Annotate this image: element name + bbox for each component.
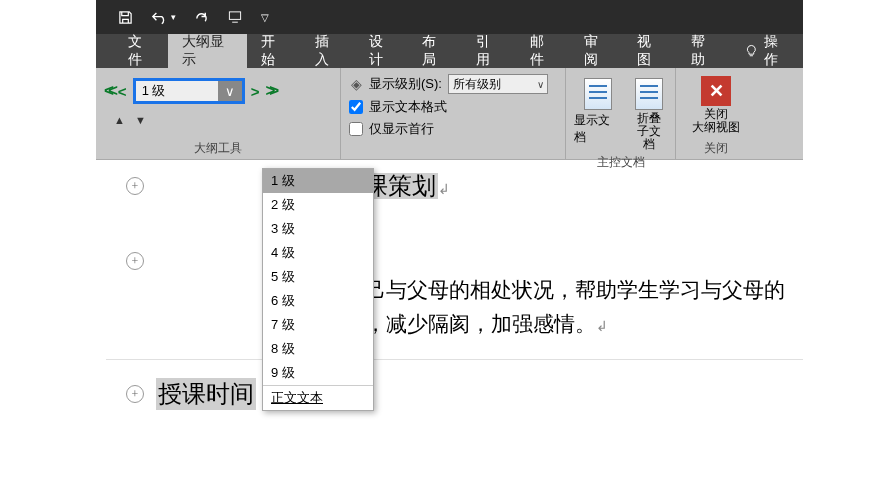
close-icon: ✕ (701, 76, 731, 106)
show-text-format-checkbox[interactable] (349, 100, 363, 114)
group-master-document: 显示文档 折叠子文档 主控文档 (566, 68, 676, 159)
expand-collapse-icon[interactable]: + (126, 177, 144, 195)
dropdown-item-level8[interactable]: 8 级 (263, 337, 373, 361)
show-text-format-label: 显示文本格式 (369, 98, 447, 116)
ribbon: << < 1 级 ∨ > >> ▲ ▼ 大纲工具 ◈ 显示级别(S): 所有级别… (96, 68, 803, 160)
collapse-subdoc-button[interactable]: 折叠子文档 (631, 78, 667, 152)
tab-layout[interactable]: 布局 (408, 34, 462, 68)
ribbon-tabs: 文件 大纲显示 开始 插入 设计 布局 引用 邮件 审阅 视图 帮助 操作 (96, 34, 803, 68)
outline-level-dropdown: 1 级 2 级 3 级 4 级 5 级 6 级 7 级 8 级 9 级 正文文本 (262, 168, 374, 411)
chevron-down-icon: ∨ (537, 79, 544, 90)
chevron-down-icon: ∨ (218, 81, 242, 101)
tab-home[interactable]: 开始 (247, 34, 301, 68)
tell-me-label: 操作 (764, 33, 789, 69)
quick-access-toolbar: ▾ ▽ (96, 0, 803, 34)
separator (106, 359, 803, 360)
group-label-outline-tools: 大纲工具 (104, 138, 332, 157)
tab-tell-me[interactable]: 操作 (731, 34, 803, 68)
show-level-select[interactable]: 所有级别 ∨ (448, 74, 548, 94)
dropdown-item-level4[interactable]: 4 级 (263, 241, 373, 265)
tab-help[interactable]: 帮助 (677, 34, 731, 68)
document-icon (584, 78, 612, 110)
document-icon (635, 78, 663, 110)
close-outline-label: 关闭大纲视图 (692, 108, 740, 134)
promote-to-heading1-icon[interactable]: << (104, 81, 112, 101)
move-up-icon[interactable]: ▲ (114, 114, 125, 126)
customize-qat-icon[interactable]: ▽ (261, 12, 269, 23)
expand-collapse-icon[interactable]: + (126, 252, 144, 270)
group-label-close: 关闭 (704, 138, 728, 157)
show-first-line-checkbox[interactable] (349, 122, 363, 136)
lightbulb-icon (745, 44, 758, 58)
tab-outline[interactable]: 大纲显示 (168, 34, 247, 68)
dropdown-item-level5[interactable]: 5 级 (263, 265, 373, 289)
group-outline-tools: << < 1 级 ∨ > >> ▲ ▼ 大纲工具 (96, 68, 341, 159)
close-outline-button[interactable]: ✕ 关闭大纲视图 (692, 74, 740, 134)
save-icon[interactable] (118, 10, 133, 25)
tab-insert[interactable]: 插入 (301, 34, 355, 68)
tab-file[interactable]: 文件 (114, 34, 168, 68)
promote-icon[interactable]: < (118, 83, 127, 100)
demote-icon[interactable]: > (251, 83, 260, 100)
tab-design[interactable]: 设计 (355, 34, 409, 68)
tab-mail[interactable]: 邮件 (516, 34, 570, 68)
expand-collapse-icon[interactable]: + (126, 385, 144, 403)
dropdown-item-level2[interactable]: 2 级 (263, 193, 373, 217)
outline-level-combo[interactable]: 1 级 ∨ (133, 78, 245, 104)
touch-mode-icon[interactable] (227, 10, 243, 25)
heading-1-time[interactable]: 授课时间 (156, 378, 256, 410)
group-label-master-doc: 主控文档 (597, 152, 645, 171)
tab-references[interactable]: 引用 (462, 34, 516, 68)
dropdown-item-level3[interactable]: 3 级 (263, 217, 373, 241)
show-level-value: 所有级别 (453, 76, 501, 93)
show-document-button[interactable]: 显示文档 (574, 78, 621, 152)
pilcrow-icon: ↲ (438, 182, 450, 197)
move-down-icon[interactable]: ▼ (135, 114, 146, 126)
dropdown-item-level6[interactable]: 6 级 (263, 289, 373, 313)
group-show-options: ◈ 显示级别(S): 所有级别 ∨ 显示文本格式 仅显示首行 (341, 68, 566, 159)
outline-level-value: 1 级 (142, 82, 166, 100)
svg-rect-0 (229, 11, 240, 19)
tab-review[interactable]: 审阅 (570, 34, 624, 68)
tab-view[interactable]: 视图 (623, 34, 677, 68)
group-close: ✕ 关闭大纲视图 关闭 (676, 68, 756, 159)
document-canvas: + 司公开课策划↲ 小牛↲ + 了解自己与父母的相处状况，帮助学生学习与父母的 … (96, 160, 803, 410)
collapse-subdoc-label: 折叠子文档 (631, 112, 667, 152)
dropdown-item-level1[interactable]: 1 级 (263, 169, 373, 193)
demote-to-body-icon[interactable]: >> (265, 81, 273, 101)
redo-icon[interactable] (194, 10, 209, 25)
show-level-icon: ◈ (349, 77, 363, 91)
dropdown-item-level7[interactable]: 7 级 (263, 313, 373, 337)
body-text[interactable]: 了解自己与父母的相处状况，帮助学生学习与父母的 与技巧，减少隔阂，加强感情。↲ (302, 274, 803, 341)
show-first-line-label: 仅显示首行 (369, 120, 434, 138)
dropdown-item-bodytext[interactable]: 正文文本 (263, 385, 373, 410)
dropdown-item-level9[interactable]: 9 级 (263, 361, 373, 385)
undo-icon[interactable]: ▾ (151, 10, 176, 25)
show-level-label: 显示级别(S): (369, 75, 442, 93)
show-document-label: 显示文档 (574, 112, 621, 146)
